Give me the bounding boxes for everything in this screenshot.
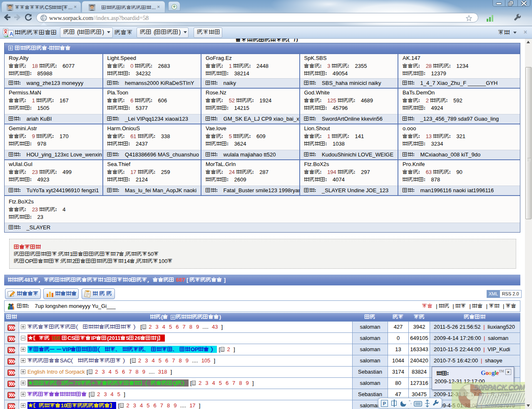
- svg-text:A: A: [10, 31, 14, 37]
